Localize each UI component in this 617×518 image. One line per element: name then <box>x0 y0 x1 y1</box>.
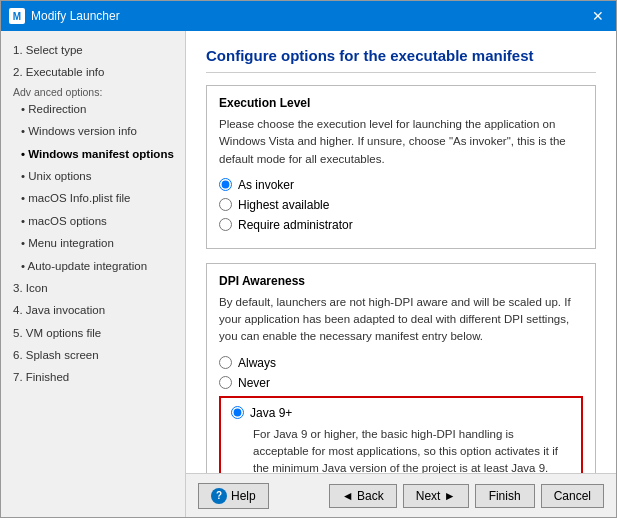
sidebar-item-select-type[interactable]: 1. Select type <box>1 39 185 61</box>
sidebar-item-redirection[interactable]: • Redirection <box>1 98 185 120</box>
sidebar-item-macos-options[interactable]: • macOS options <box>1 210 185 232</box>
sidebar-item-windows-version[interactable]: • Windows version info <box>1 120 185 142</box>
back-button[interactable]: ◄ Back <box>329 484 397 508</box>
sidebar-item-icon[interactable]: 3. Icon <box>1 277 185 299</box>
execution-level-desc: Please choose the execution level for la… <box>219 116 583 168</box>
content-area: 1. Select type 2. Executable info Adv an… <box>1 31 616 517</box>
window-title: Modify Launcher <box>31 9 120 23</box>
sidebar-item-autoupdate[interactable]: • Auto-update integration <box>1 255 185 277</box>
execution-level-section: Execution Level Please choose the execut… <box>206 85 596 249</box>
next-button[interactable]: Next ► <box>403 484 469 508</box>
close-button[interactable]: ✕ <box>588 9 608 23</box>
java9-description: For Java 9 or higher, the basic high-DPI… <box>253 426 571 474</box>
help-icon: ? <box>211 488 227 504</box>
sidebar-adv-label: Adv anced options: <box>1 84 185 98</box>
sidebar-item-menu-integration[interactable]: • Menu integration <box>1 232 185 254</box>
java9-highlight-box: Java 9+ For Java 9 or higher, the basic … <box>219 396 583 474</box>
main-panel: Configure options for the executable man… <box>186 31 616 517</box>
page-title: Configure options for the executable man… <box>206 47 596 73</box>
sidebar-item-windows-manifest[interactable]: • Windows manifest options <box>1 143 185 165</box>
footer-left: ? Help <box>198 483 269 509</box>
sidebar: 1. Select type 2. Executable info Adv an… <box>1 31 186 517</box>
finish-button[interactable]: Finish <box>475 484 535 508</box>
radio-java9[interactable]: Java 9+ <box>231 406 571 420</box>
execution-level-title: Execution Level <box>219 96 583 110</box>
dpi-awareness-title: DPI Awareness <box>219 274 583 288</box>
title-bar-left: M Modify Launcher <box>9 8 120 24</box>
main-content: Configure options for the executable man… <box>186 31 616 473</box>
sidebar-item-vm-options[interactable]: 5. VM options file <box>1 322 185 344</box>
sidebar-item-java-invocation[interactable]: 4. Java invocation <box>1 299 185 321</box>
sidebar-item-finished[interactable]: 7. Finished <box>1 366 185 388</box>
dpi-awareness-section: DPI Awareness By default, launchers are … <box>206 263 596 473</box>
sidebar-item-macos-infoplist[interactable]: • macOS Info.plist file <box>1 187 185 209</box>
radio-always[interactable]: Always <box>219 356 583 370</box>
radio-require-admin[interactable]: Require administrator <box>219 218 583 232</box>
app-icon: M <box>9 8 25 24</box>
dpi-awareness-desc: By default, launchers are not high-DPI a… <box>219 294 583 346</box>
sidebar-item-unix-options[interactable]: • Unix options <box>1 165 185 187</box>
footer: ? Help ◄ Back Next ► Finish Cancel <box>186 473 616 517</box>
footer-right: ◄ Back Next ► Finish Cancel <box>329 484 604 508</box>
title-bar: M Modify Launcher ✕ <box>1 1 616 31</box>
window: M Modify Launcher ✕ 1. Select type 2. Ex… <box>0 0 617 518</box>
radio-highest-available[interactable]: Highest available <box>219 198 583 212</box>
radio-as-invoker[interactable]: As invoker <box>219 178 583 192</box>
help-button[interactable]: ? Help <box>198 483 269 509</box>
sidebar-item-splash-screen[interactable]: 6. Splash screen <box>1 344 185 366</box>
radio-never[interactable]: Never <box>219 376 583 390</box>
sidebar-item-executable-info[interactable]: 2. Executable info <box>1 61 185 83</box>
cancel-button[interactable]: Cancel <box>541 484 604 508</box>
